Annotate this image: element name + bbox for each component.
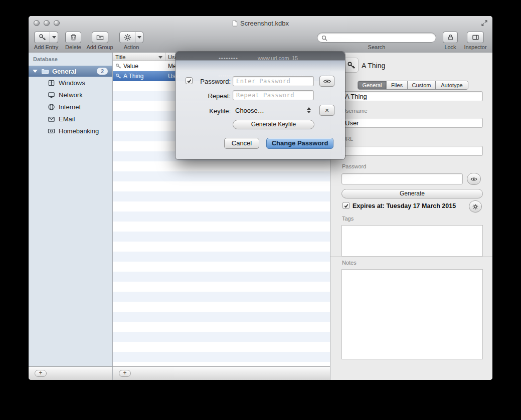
search-icon — [321, 35, 328, 42]
expires-settings-button[interactable] — [469, 200, 482, 213]
inspector-button[interactable] — [467, 32, 484, 43]
add-group-button[interactable] — [92, 32, 108, 43]
chevron-down-icon — [52, 36, 56, 39]
sidebar-item-label: EMail — [59, 115, 75, 123]
eye-icon — [323, 79, 331, 84]
dialog-password-input[interactable] — [233, 76, 314, 86]
column-header-title[interactable]: Title — [113, 53, 165, 61]
folder-plus-icon — [92, 32, 108, 43]
generate-keyfile-button[interactable]: Generate Keyfile — [233, 120, 314, 129]
notes-field[interactable] — [341, 269, 483, 359]
url-field[interactable] — [341, 146, 483, 156]
action-label: Action — [117, 44, 145, 50]
show-password-button[interactable] — [467, 173, 481, 185]
column-header-label: Title — [115, 54, 125, 60]
peek-modified-text: 15 — [292, 55, 298, 61]
password-label: Password — [342, 163, 366, 169]
sidebar-item-label: Windows — [59, 79, 85, 87]
dialog-password-label: Password: — [194, 78, 231, 85]
tab-autotype[interactable]: Autotype — [435, 81, 468, 89]
search-input[interactable] — [329, 34, 434, 43]
add-entry-plus-button[interactable]: + — [119, 370, 131, 377]
window-chrome: Screenshot.kdbx Add Entry Delete Add Gro… — [29, 16, 492, 53]
dialog-repeat-label: Repeat: — [194, 92, 231, 100]
tab-custom[interactable]: Custom — [407, 81, 435, 89]
section-divider — [330, 256, 492, 257]
tags-field[interactable] — [341, 225, 483, 257]
key-icon — [35, 32, 50, 43]
keyfile-clear-button[interactable]: × — [319, 105, 334, 116]
sidebar-items: Windows Network Internet EMail Homebanki… — [29, 77, 112, 137]
tab-label: General — [362, 82, 382, 88]
eye-icon — [470, 176, 477, 182]
add-group-label: Add Group — [86, 44, 114, 50]
lock-button[interactable] — [443, 32, 458, 43]
internet-icon — [48, 103, 55, 111]
keyfile-popup[interactable]: Choose… — [233, 105, 313, 116]
expires-label: Expires at: Tuesday 17 March 2015 — [353, 202, 456, 209]
sidebar-item-label: Homebanking — [59, 127, 99, 135]
disclosure-triangle-icon[interactable] — [33, 70, 38, 73]
dialog-show-password-button[interactable] — [319, 76, 334, 87]
tab-general[interactable]: General — [358, 81, 386, 89]
action-dropdown[interactable] — [135, 32, 143, 43]
dialog-repeat-input[interactable] — [233, 90, 314, 100]
sidebar-item-windows[interactable]: Windows — [29, 77, 112, 89]
cancel-button[interactable]: Cancel — [224, 138, 259, 149]
dialog-peek-through: •••••••• www.url.com 15 — [176, 52, 345, 72]
action-button[interactable] — [119, 32, 143, 43]
folder-icon — [41, 67, 49, 75]
sidebar-item-email[interactable]: EMail — [29, 113, 112, 125]
gear-icon — [120, 32, 135, 43]
search-label: Search — [363, 44, 391, 50]
network-icon — [48, 91, 55, 99]
sort-indicator-icon — [158, 56, 162, 59]
add-entry-label: Add Entry — [32, 44, 60, 50]
tab-label: Custom — [412, 82, 431, 88]
bottom-bar: + + — [29, 366, 330, 380]
username-field[interactable] — [341, 118, 483, 128]
fullscreen-icon[interactable] — [481, 20, 488, 27]
sidebar-item-label: Network — [59, 91, 83, 99]
lock-icon — [443, 32, 457, 43]
key-icon — [115, 63, 121, 69]
window-title: Screenshot.kdbx — [29, 20, 492, 27]
delete-label: Delete — [59, 44, 87, 50]
trash-icon — [66, 32, 81, 43]
lock-label: Lock — [436, 44, 464, 50]
key-icon — [115, 73, 121, 79]
key-icon — [347, 61, 356, 70]
gear-icon — [472, 203, 478, 210]
sidebar-item-label: Internet — [59, 103, 81, 111]
add-group-plus-button[interactable]: + — [35, 370, 47, 377]
expires-checkbox[interactable] — [342, 202, 350, 209]
tab-files[interactable]: Files — [386, 81, 407, 89]
sidebar-item-homebanking[interactable]: Homebanking — [29, 125, 112, 137]
delete-button[interactable] — [65, 32, 81, 43]
popup-stepper-icon — [307, 107, 311, 113]
generate-password-button[interactable]: Generate — [341, 189, 483, 198]
sidebar-item-network[interactable]: Network — [29, 89, 112, 101]
keyfile-selected-value: Choose… — [235, 107, 264, 114]
password-enable-checkbox[interactable] — [186, 77, 193, 84]
entry-title-text: A Thing — [123, 73, 143, 80]
cell-title: Value — [113, 63, 165, 70]
change-password-button[interactable]: Change Password — [266, 138, 333, 149]
inspector-panel: A Thing General Files Custom Autotype Us… — [330, 53, 492, 380]
add-entry-button[interactable] — [34, 32, 58, 43]
search-field[interactable] — [317, 33, 436, 43]
sidebar: Database General 2 Windows Network Inter… — [29, 53, 113, 366]
title-field[interactable] — [341, 91, 483, 101]
add-entry-dropdown[interactable] — [50, 32, 58, 43]
sidebar-item-internet[interactable]: Internet — [29, 101, 112, 113]
email-icon — [48, 115, 55, 123]
windows-icon — [48, 79, 55, 87]
tab-label: Autotype — [441, 82, 462, 88]
sidebar-group-general[interactable]: General 2 — [29, 66, 112, 77]
document-proxy-icon — [232, 20, 238, 27]
check-icon — [343, 203, 349, 208]
inspector-entry-title: A Thing — [362, 62, 385, 70]
username-label: Username — [342, 108, 368, 114]
dialog-keyfile-label: Keyfile: — [194, 107, 231, 115]
password-field[interactable] — [341, 173, 463, 184]
